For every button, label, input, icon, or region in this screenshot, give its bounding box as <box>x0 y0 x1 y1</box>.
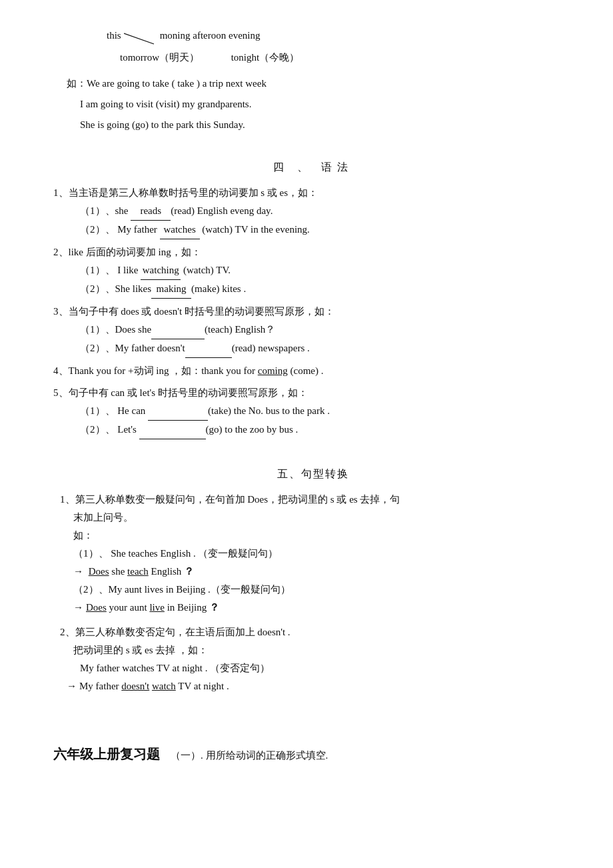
grammar-item-5: 5、句子中有 can 或 let's 时括号里的动词要照写原形，如： （1）、 … <box>53 384 573 439</box>
tonight-label: tonight（今晚） <box>231 52 300 63</box>
si1-intro: 1、第三人称单数变一般疑问句，在句首加 Does，把动词里的 s 或 es 去掉… <box>60 491 573 509</box>
si1-intro2: 末加上问号。 <box>60 509 573 527</box>
grammar-item-4: 4、Thank you for +动词 ing ，如：thank you for… <box>53 362 573 380</box>
arrow-icon-1: → <box>73 563 83 581</box>
si2-note: 把动词里的 s 或 es 去掉 ，如： <box>60 641 573 659</box>
item5-sub1: （1）、 He can (take) the No. bus to the pa… <box>53 402 573 421</box>
arrow-line <box>124 32 157 51</box>
si1-ex2-trans: →Does your aunt live in Beijing ？ <box>60 599 573 617</box>
arrow-icon-2: → <box>73 599 83 617</box>
item1-sub1: （1）、she reads(read) English eveng day. <box>53 202 573 221</box>
si1-note: 如： <box>60 527 573 545</box>
diagram-section: this moning afteroon evening tomorrow（明天… <box>53 27 573 67</box>
bottom-title: 六年级上册复习题 <box>53 742 160 766</box>
section4-title: 四 、 语法 <box>53 158 573 177</box>
sentence-item-2: 2、第三人称单数变否定句，在主语后面加上 doesn't . 把动词里的 s 或… <box>53 623 573 695</box>
bottom-section: 六年级上册复习题 （一）. 用所给动词的正确形式填空. <box>53 722 573 766</box>
example-2: I am going to visit (visit) my grandpare… <box>53 95 573 113</box>
item1-num: 1、当主语是第三人称单数时括号里的动词要加 s 或 es，如： <box>53 187 318 198</box>
item4-text: 4、Thank you for +动词 ing ，如：thank you for… <box>53 365 324 376</box>
example-1: 如：We are going to take ( take ) a trip n… <box>53 75 573 93</box>
item2-sub1: （1）、 I like watching (watch) TV. <box>53 261 573 280</box>
item3-text: 3、当句子中有 does 或 doesn't 时括号里的动词要照写原形，如： <box>53 306 334 317</box>
example-3: She is going (go) to the park this Sunda… <box>53 116 573 134</box>
item3-sub2: （2）、My father doesn't (read) newspapers … <box>53 339 573 358</box>
svg-line-0 <box>124 33 154 44</box>
tomorrow-label: tomorrow（明天） <box>120 52 199 63</box>
item2-text: 2、like 后面的动词要加 ing，如： <box>53 247 201 257</box>
si1-ex2-orig: （2）、My aunt lives in Beijing .（变一般疑问句） <box>60 581 573 599</box>
section5: 五、句型转换 1、第三人称单数变一般疑问句，在句首加 Does，把动词里的 s … <box>53 465 573 695</box>
section4: 四 、 语法 1、当主语是第三人称单数时括号里的动词要加 s 或 es，如： （… <box>53 158 573 439</box>
grammar-item-1: 1、当主语是第三人称单数时括号里的动词要加 s 或 es，如： （1）、she … <box>53 184 573 239</box>
si1-ex1-orig: （1）、 She teaches English . （变一般疑问句） <box>60 545 573 563</box>
time-words: moning afteroon evening <box>160 27 261 45</box>
item3-sub1: （1）、Does she (teach) English？ <box>53 321 573 339</box>
section5-title: 五、句型转换 <box>53 465 573 484</box>
si2-ex1-orig: My father watches TV at night . （变否定句） <box>60 659 573 677</box>
item2-sub2: （2）、She likes making (make) kites . <box>53 280 573 299</box>
si2-intro: 2、第三人称单数变否定句，在主语后面加上 doesn't . <box>60 623 573 641</box>
si2-ex1-trans: →My father doesn't watch TV at night . <box>60 677 573 695</box>
grammar-item-2: 2、like 后面的动词要加 ing，如： （1）、 I like watchi… <box>53 243 573 299</box>
sentence-item-1: 1、第三人称单数变一般疑问句，在句首加 Does，把动词里的 s 或 es 去掉… <box>53 491 573 617</box>
grammar-item-3: 3、当句子中有 does 或 doesn't 时括号里的动词要照写原形，如： （… <box>53 303 573 358</box>
bottom-subtitle: （一）. 用所给动词的正确形式填空. <box>171 747 328 765</box>
item5-text: 5、句子中有 can 或 let's 时括号里的动词要照写原形，如： <box>53 387 308 398</box>
top-examples: 如：We are going to take ( take ) a trip n… <box>53 75 573 134</box>
item5-sub2: （2）、 Let's (go) to the zoo by bus . <box>53 421 573 439</box>
arrow-icon-3: → <box>67 677 77 695</box>
si1-ex1-trans: → Does she teach English ？ <box>60 563 573 581</box>
this-label: this <box>107 27 121 45</box>
item1-sub2: （2）、 My father watches (watch) TV in the… <box>53 221 573 239</box>
